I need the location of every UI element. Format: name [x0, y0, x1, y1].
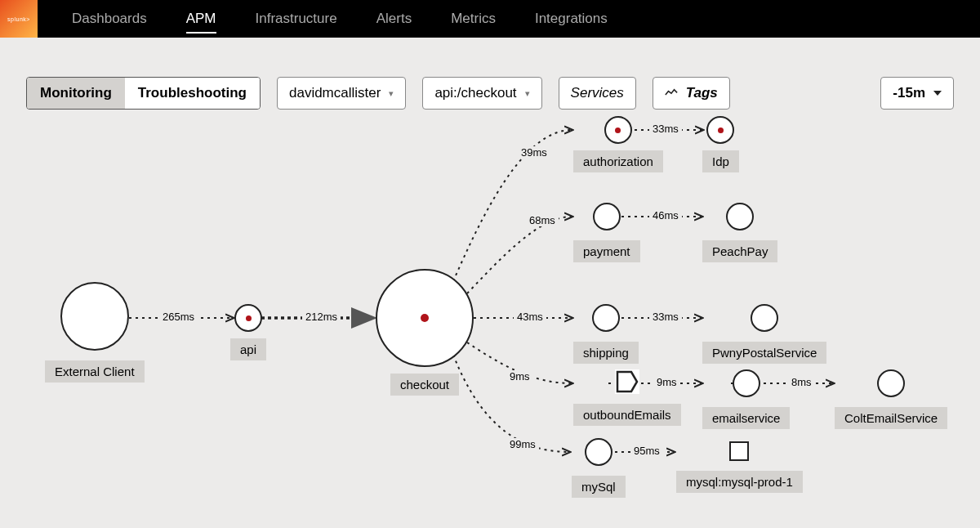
service-node-external-client[interactable]: External Client: [45, 282, 145, 383]
service-label: outboundEmails: [573, 404, 681, 426]
endpoint-dropdown-label: api:/checkout: [434, 85, 516, 101]
service-label: payment: [573, 240, 640, 262]
service-node-idp[interactable]: Idp: [702, 116, 739, 172]
latency-shipping-pwny: 33ms: [649, 311, 682, 323]
chart-line-icon: [665, 88, 678, 98]
nav-item-alerts[interactable]: Alerts: [357, 0, 431, 38]
service-node-mysql[interactable]: mySql: [572, 438, 626, 498]
svg-marker-0: [351, 307, 377, 329]
database-icon: [729, 441, 749, 461]
service-label: shipping: [573, 342, 639, 364]
service-label: PwnyPostalService: [702, 342, 826, 364]
edge-layer: [0, 110, 980, 528]
toolbar: Monitoring Troubleshooting davidmcallist…: [0, 38, 980, 110]
monitoring-tab[interactable]: Monitoring: [27, 78, 125, 109]
service-label: External Client: [45, 360, 145, 383]
service-label: ColtEmailService: [835, 407, 947, 429]
latency-emailservice-colt: 8ms: [788, 376, 815, 388]
service-label: api: [230, 338, 266, 360]
view-mode-segment: Monitoring Troubleshooting: [26, 77, 261, 110]
brand-logo[interactable]: splunk>: [0, 0, 38, 38]
service-node-emailservice[interactable]: emailservice: [702, 369, 790, 429]
chevron-down-icon: ▾: [389, 88, 394, 99]
nav-item-metrics[interactable]: Metrics: [431, 0, 515, 38]
service-node-outboundemails[interactable]: outboundEmails: [573, 369, 681, 426]
latency-checkout-shipping: 43ms: [514, 311, 546, 323]
time-range-label: -15m: [893, 85, 925, 101]
service-node-mysql-prod[interactable]: mysql:mysql-prod-1: [676, 441, 803, 493]
service-label: PeachPay: [702, 240, 777, 262]
svg-marker-1: [617, 372, 637, 392]
service-label: Idp: [702, 150, 739, 172]
user-dropdown[interactable]: davidmcallister ▾: [277, 77, 406, 110]
service-label: emailservice: [702, 407, 790, 429]
latency-mysql-prod: 95ms: [630, 445, 663, 457]
nav-item-dashboards[interactable]: Dashboards: [52, 0, 167, 38]
troubleshooting-tab[interactable]: Troubleshooting: [125, 78, 260, 109]
latency-ext-api: 265ms: [159, 311, 198, 323]
service-node-shipping[interactable]: shipping: [573, 304, 639, 364]
top-nav-bar: splunk> Dashboards APM Infrastructure Al…: [0, 0, 980, 38]
service-node-payment[interactable]: payment: [573, 203, 640, 262]
service-node-checkout[interactable]: checkout: [376, 269, 474, 396]
tags-button-label: Tags: [686, 85, 718, 101]
nav-item-apm[interactable]: APM: [167, 0, 236, 38]
services-button[interactable]: Services: [559, 77, 636, 110]
service-label: authorization: [573, 150, 663, 172]
user-dropdown-label: davidmcallister: [289, 85, 381, 101]
endpoint-dropdown[interactable]: api:/checkout ▾: [422, 77, 541, 110]
latency-checkout-outbound: 9ms: [506, 370, 533, 383]
service-label: mysql:mysql-prod-1: [676, 471, 803, 493]
service-label: checkout: [390, 374, 459, 396]
nav-item-infrastructure[interactable]: Infrastructure: [236, 0, 357, 38]
service-node-api[interactable]: api: [230, 304, 266, 360]
service-node-authorization[interactable]: authorization: [573, 116, 663, 172]
service-node-pwnypostalservice[interactable]: PwnyPostalService: [702, 304, 826, 364]
latency-payment-peachpay: 46ms: [649, 209, 682, 221]
service-node-peachpay[interactable]: PeachPay: [702, 203, 777, 262]
tags-button[interactable]: Tags: [653, 77, 730, 110]
latency-checkout-payment: 68ms: [526, 214, 559, 226]
latency-api-checkout: 212ms: [302, 311, 341, 323]
caret-down-icon: [933, 91, 942, 96]
service-node-coltemailservice[interactable]: ColtEmailService: [835, 369, 947, 429]
time-range-dropdown[interactable]: -15m: [880, 77, 954, 110]
service-map[interactable]: 265ms 212ms 39ms 33ms 68ms 46ms 43ms 33m…: [0, 110, 980, 528]
nav-item-integrations[interactable]: Integrations: [515, 0, 627, 38]
chevron-down-icon: ▾: [525, 88, 530, 99]
latency-checkout-authorization: 39ms: [518, 146, 550, 159]
latency-checkout-mysql: 99ms: [506, 438, 539, 450]
service-label: mySql: [572, 476, 626, 498]
main-nav: Dashboards APM Infrastructure Alerts Met…: [52, 0, 627, 38]
